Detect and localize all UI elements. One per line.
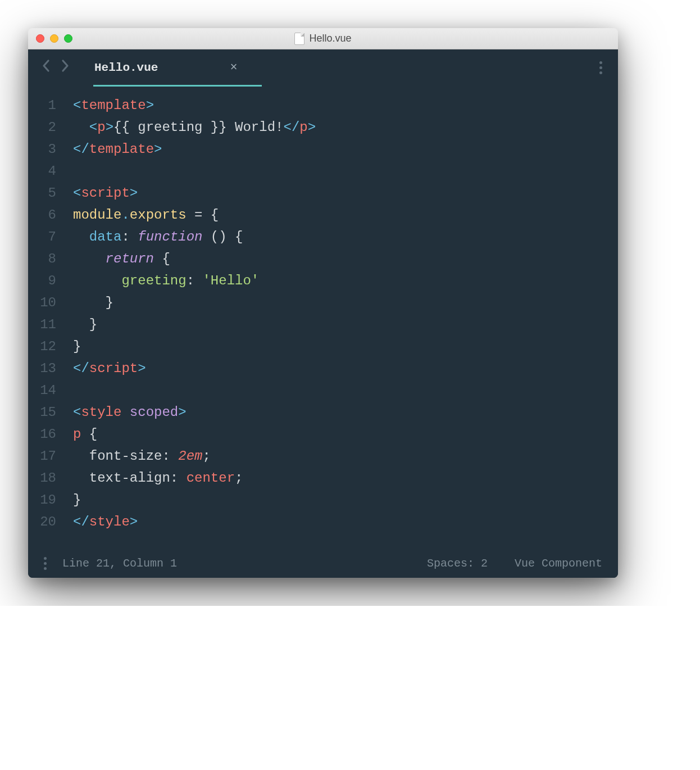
code-line[interactable]: text-align: center; xyxy=(73,467,618,489)
line-number: 4 xyxy=(28,160,56,182)
code-line[interactable]: <style scoped> xyxy=(73,401,618,423)
line-number: 13 xyxy=(28,357,56,379)
statusbar: Line 21, Column 1 Spaces: 2 Vue Componen… xyxy=(28,549,618,578)
title-center: Hello.vue xyxy=(28,33,618,45)
line-number: 20 xyxy=(28,511,56,533)
line-number: 16 xyxy=(28,423,56,445)
line-number: 15 xyxy=(28,401,56,423)
line-number: 5 xyxy=(28,182,56,204)
line-number: 3 xyxy=(28,138,56,160)
status-cursor-position[interactable]: Line 21, Column 1 xyxy=(62,557,177,570)
line-number: 18 xyxy=(28,467,56,489)
line-number: 11 xyxy=(28,314,56,336)
window-title: Hello.vue xyxy=(309,33,351,44)
code-line[interactable]: data: function () { xyxy=(73,226,618,248)
code-line[interactable]: module.exports = { xyxy=(73,204,618,226)
tab-underline xyxy=(93,85,262,87)
code-line[interactable]: } xyxy=(73,292,618,314)
code-line[interactable]: } xyxy=(73,489,618,511)
line-number: 6 xyxy=(28,204,56,226)
nav-forward-button[interactable] xyxy=(61,59,80,76)
status-language[interactable]: Vue Component xyxy=(515,557,602,570)
line-number: 12 xyxy=(28,336,56,357)
editor-toolbar: Hello.vue × xyxy=(28,49,618,85)
code-line[interactable]: <p>{{ greeting }} World!</p> xyxy=(73,116,618,138)
traffic-lights xyxy=(28,34,72,43)
code-area[interactable]: 1234567891011121314151617181920 <templat… xyxy=(28,85,618,549)
tab-label: Hello.vue xyxy=(93,61,225,74)
status-more-icon[interactable] xyxy=(44,557,47,570)
code-line[interactable] xyxy=(73,160,618,182)
code-line[interactable]: </template> xyxy=(73,138,618,160)
nav-back-button[interactable] xyxy=(42,59,61,76)
code-line[interactable]: } xyxy=(73,336,618,357)
code-line[interactable]: </script> xyxy=(73,357,618,379)
code-line[interactable] xyxy=(73,379,618,401)
tab-active[interactable]: Hello.vue × xyxy=(93,49,242,85)
line-number: 9 xyxy=(28,270,56,292)
code-line[interactable]: return { xyxy=(73,248,618,270)
tab-close-button[interactable]: × xyxy=(225,61,242,75)
code-line[interactable]: p { xyxy=(73,423,618,445)
titlebar[interactable]: Hello.vue xyxy=(28,28,618,49)
line-number: 1 xyxy=(28,94,56,116)
gutter: 1234567891011121314151617181920 xyxy=(28,94,67,533)
line-number: 10 xyxy=(28,292,56,314)
editor-window: Hello.vue Hello.vue × 123456789101112131… xyxy=(28,28,618,578)
line-number: 8 xyxy=(28,248,56,270)
line-number: 19 xyxy=(28,489,56,511)
code-line[interactable]: </style> xyxy=(73,511,618,533)
line-number: 7 xyxy=(28,226,56,248)
minimize-window-button[interactable] xyxy=(50,34,58,43)
code-line[interactable]: <template> xyxy=(73,94,618,116)
file-icon xyxy=(294,33,304,45)
code-line[interactable]: <script> xyxy=(73,182,618,204)
maximize-window-button[interactable] xyxy=(64,34,72,43)
editor-body: Hello.vue × 1234567891011121314151617181… xyxy=(28,49,618,578)
toolbar-more-icon[interactable] xyxy=(599,61,602,74)
line-number: 17 xyxy=(28,445,56,467)
code-content[interactable]: <template> <p>{{ greeting }} World!</p><… xyxy=(67,94,618,533)
code-line[interactable]: greeting: 'Hello' xyxy=(73,270,618,292)
line-number: 14 xyxy=(28,379,56,401)
line-number: 2 xyxy=(28,116,56,138)
close-window-button[interactable] xyxy=(36,34,44,43)
code-line[interactable]: font-size: 2em; xyxy=(73,445,618,467)
status-indentation[interactable]: Spaces: 2 xyxy=(427,557,488,570)
code-line[interactable]: } xyxy=(73,314,618,336)
